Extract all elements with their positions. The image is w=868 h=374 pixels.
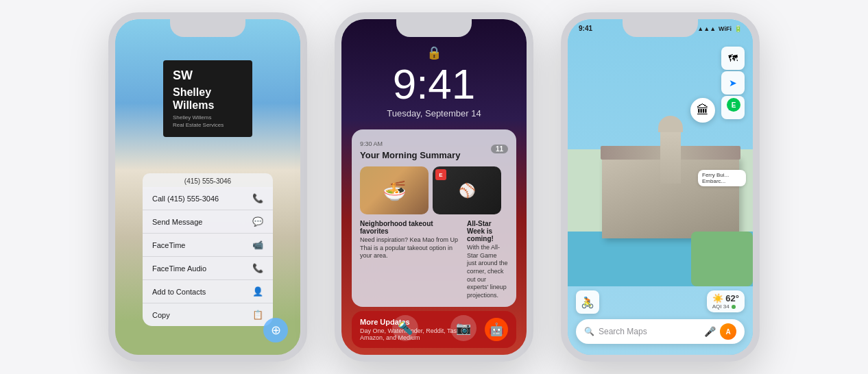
facetime-icon: 📹: [252, 240, 263, 250]
menu-facetime-label: FaceTime: [152, 241, 186, 249]
menu-item-facetime-audio[interactable]: FaceTime Audio 📞: [143, 257, 273, 280]
map-view-button[interactable]: 🗺: [721, 47, 745, 70]
article1-title: Neighborhood takeout favorites: [360, 220, 463, 235]
maps-time: 9:41: [579, 25, 592, 32]
menu-item-call[interactable]: Call (415) 555-3046 📞: [143, 187, 273, 210]
food-icon: 🍜: [360, 166, 429, 214]
location-arrow-icon: ➤: [729, 77, 737, 88]
weather-temperature: ☀️ 62°: [712, 293, 739, 303]
signal-icon: ▲▲▲: [697, 25, 716, 32]
facetime-audio-icon: 📞: [252, 263, 263, 273]
flashlight-button[interactable]: 🔦: [392, 315, 418, 341]
copy-icon: 📋: [252, 310, 263, 320]
ferry-building-label: Ferry Bui... Embarc...: [698, 170, 746, 186]
sign-name: Shelley Willems: [173, 86, 243, 112]
aqi-badge: AQI 34: [712, 303, 739, 310]
phone-3: 9:41 ▲▲▲ WiFi 🔋 🗺 ➤ 2D 🏛 E Ferry Bui... …: [561, 12, 760, 362]
menu-item-message[interactable]: Send Message 💬: [143, 210, 273, 234]
lock-time: 9:41: [393, 63, 476, 105]
ar-button[interactable]: ⊕: [263, 318, 288, 342]
transport-mode-button[interactable]: 🚴: [576, 290, 599, 314]
search-icon: 🔍: [584, 327, 594, 336]
menu-copy-label: Copy: [152, 311, 170, 319]
sports-icon: E ⚾: [433, 166, 501, 214]
building-tower: [660, 129, 681, 184]
food-image: 🍜: [360, 166, 429, 214]
menu-facetime-audio-label: FaceTime Audio: [152, 264, 206, 273]
notif-header: 9:30 AM Your Morning Summary 11: [360, 136, 508, 161]
aqi-dot: [732, 305, 736, 309]
context-menu: Call (415) 555-3046 📞 Send Message 💬 Fac…: [143, 187, 273, 326]
sign-board: SW Shelley Willems Shelley WillemsReal E…: [163, 60, 252, 137]
notif-article-1: Neighborhood takeout favorites Need insp…: [360, 220, 508, 300]
lock-date: Tuesday, September 14: [387, 108, 481, 119]
article1-desc: Need inspiration? Kea Mao from Up Thai i…: [360, 236, 463, 260]
maps-status-bar: 9:41 ▲▲▲ WiFi 🔋: [568, 25, 753, 32]
camera-icon: 📷: [456, 321, 471, 336]
flashlight-icon: 🔦: [398, 321, 413, 336]
maps-search-placeholder[interactable]: Search Maps: [599, 327, 700, 336]
menu-call-label: Call (415) 555-3046: [152, 195, 219, 203]
battery-icon: 🔋: [734, 25, 742, 32]
location-button[interactable]: ➤: [721, 71, 745, 95]
phone-1: SW Shelley Willems Shelley WillemsReal E…: [108, 12, 307, 362]
e-marker: E: [727, 98, 740, 112]
notif-badge: 11: [491, 145, 508, 153]
camera-button[interactable]: 📷: [450, 315, 477, 341]
article1-text: Neighborhood takeout favorites Need insp…: [360, 220, 463, 260]
message-icon: 💬: [252, 216, 263, 227]
maps-search-bar[interactable]: 🔍 Search Maps 🎤 A: [576, 319, 745, 344]
sign-initials: SW: [173, 68, 243, 83]
lock-screen: 🔒 9:41 Tuesday, September 14 9:30 AM You…: [341, 19, 527, 355]
location-pin-container: 🏛: [690, 98, 715, 123]
menu-item-facetime[interactable]: FaceTime 📹: [143, 234, 273, 257]
mic-icon[interactable]: 🎤: [704, 326, 716, 337]
menu-message-label: Send Message: [152, 218, 202, 226]
map-view-icon: 🗺: [728, 53, 738, 64]
article2-container: All-Star Week is coming! With the All-St…: [467, 220, 508, 300]
notification-card[interactable]: 9:30 AM Your Morning Summary 11 🍜 E ⚾: [352, 129, 516, 307]
menu-item-copy[interactable]: Copy 📋: [143, 303, 273, 326]
call-icon: 📞: [252, 193, 263, 203]
location-pin: 🏛: [690, 98, 715, 123]
status-icons: ▲▲▲ WiFi 🔋: [697, 25, 742, 32]
weather-badge: ☀️ 62° AQI 34: [707, 290, 745, 312]
menu-item-add-contacts[interactable]: Add to Contacts 👤: [143, 280, 273, 303]
bike-icon: 🚴: [581, 296, 594, 309]
add-contact-icon: 👤: [252, 286, 263, 297]
maps-bottom-controls: 🚴: [576, 290, 599, 314]
notif-title: Your Morning Summary: [360, 150, 460, 160]
aqi-label: AQI 34: [712, 303, 730, 310]
notif-time: 9:30 AM: [360, 140, 383, 147]
sports-image: E ⚾: [433, 166, 501, 214]
phone-2: 🔒 9:41 Tuesday, September 14 9:30 AM You…: [335, 12, 533, 362]
user-avatar[interactable]: A: [720, 323, 736, 340]
wifi-icon: WiFi: [719, 25, 732, 32]
article2-title: All-Star Week is coming!: [467, 220, 508, 242]
notif-images: 🍜 E ⚾: [360, 166, 508, 214]
lock-icon: 🔒: [426, 45, 442, 60]
green-area: [691, 232, 753, 286]
lock-bottom-controls: 🔦 📷: [341, 315, 527, 341]
phone-number-text: (415) 555-3046: [184, 177, 231, 185]
sign-container: SW Shelley Willems Shelley WillemsReal E…: [163, 60, 252, 137]
menu-add-contacts-label: Add to Contacts: [152, 288, 206, 296]
sign-subtitle: Shelley WillemsReal Estate Services: [173, 114, 243, 129]
article2-desc: With the All-Star Game just around the c…: [467, 244, 508, 300]
ar-icon: ⊕: [271, 323, 281, 338]
sports-overlay-badge: E: [435, 169, 446, 180]
